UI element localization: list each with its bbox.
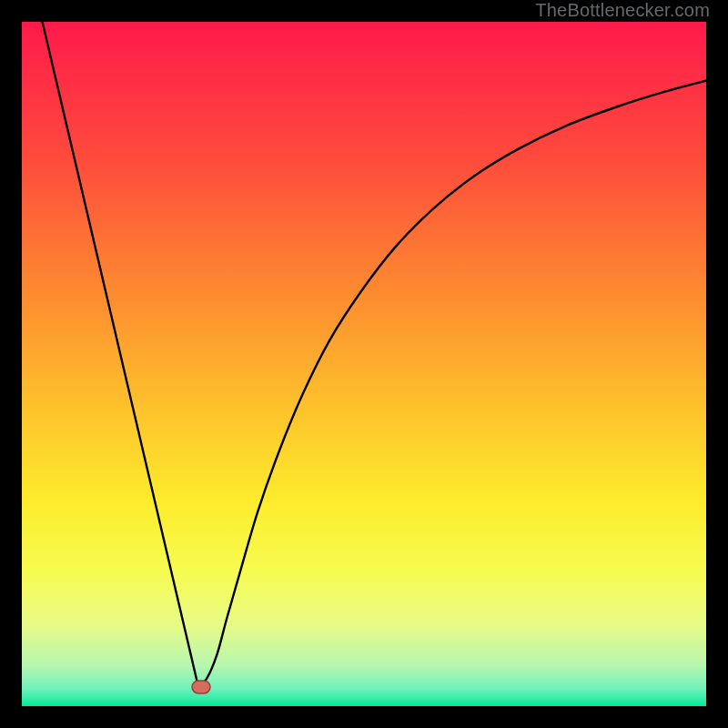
gradient-background [22,22,706,706]
minimum-marker [192,681,210,693]
plot-area [22,22,706,706]
chart-frame: TheBottlenecker.com [0,0,728,728]
attribution-text: TheBottlenecker.com [535,0,710,21]
chart-svg [22,22,706,706]
